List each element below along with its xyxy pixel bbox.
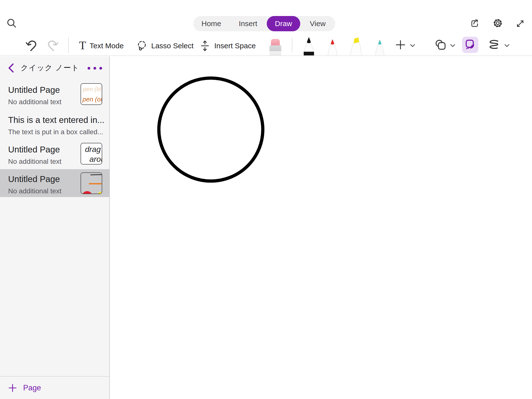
lasso-select-label: Lasso Select bbox=[151, 42, 194, 50]
pen-mode-toggle[interactable] bbox=[462, 37, 478, 53]
thumbnail-ink-text: arou bbox=[89, 155, 102, 163]
expand-icon-glyph bbox=[515, 18, 526, 29]
share-icon[interactable] bbox=[469, 18, 481, 29]
insert-space-icon bbox=[199, 40, 211, 52]
onenote-app: Home Insert Draw View bbox=[0, 0, 532, 399]
lasso-select-button[interactable]: Lasso Select bbox=[135, 36, 194, 56]
pen-mode-icon bbox=[464, 37, 477, 52]
page-subtitle: The text is put in a box called... bbox=[8, 128, 108, 136]
tab-draw[interactable]: Draw bbox=[267, 16, 300, 31]
lasso-icon bbox=[135, 39, 148, 53]
undo-icon bbox=[25, 38, 37, 51]
shapes-button[interactable] bbox=[434, 39, 448, 52]
search-icon[interactable] bbox=[6, 18, 17, 29]
page-title: Untitled Page bbox=[8, 145, 78, 154]
notebook-title: クイック ノート bbox=[0, 63, 100, 73]
page-thumbnail: pen (bl pen (ora bbox=[81, 83, 102, 105]
ink-circle-drawing bbox=[110, 56, 332, 243]
ribbon-tab-bar: Home Insert Draw View bbox=[193, 16, 335, 31]
note-canvas[interactable] bbox=[110, 56, 532, 399]
more-options-button[interactable] bbox=[87, 66, 103, 70]
expand-icon[interactable] bbox=[515, 18, 526, 29]
ellipsis-icon bbox=[87, 66, 103, 70]
text-mode-button[interactable]: T Text Mode bbox=[79, 36, 124, 56]
thumbnail-ink-text: drag bbox=[85, 145, 102, 153]
ink-squiggle-icon bbox=[487, 39, 501, 51]
page-list-item[interactable]: Untitled Page No additional text drag ar… bbox=[0, 140, 110, 169]
pen-red[interactable] bbox=[324, 36, 341, 56]
page-list-sidebar: クイック ノート Untitled Page No additional tex… bbox=[0, 56, 110, 399]
red-pen-icon bbox=[324, 36, 341, 56]
add-pen-button[interactable] bbox=[395, 39, 406, 51]
page-subtitle: No additional text bbox=[8, 98, 78, 106]
page-list-item[interactable]: Untitled Page No additional text pen (bl… bbox=[0, 80, 110, 110]
tab-home[interactable]: Home bbox=[193, 16, 229, 31]
page-list-item[interactable]: This is a text entered in... The text is… bbox=[0, 110, 110, 140]
pen-teal[interactable] bbox=[372, 36, 388, 56]
black-pen-icon bbox=[301, 36, 317, 56]
toolbar-divider bbox=[292, 38, 292, 52]
add-page-button[interactable]: Page bbox=[0, 376, 110, 399]
ink-replay-dropdown[interactable] bbox=[504, 44, 510, 48]
insert-space-label: Insert Space bbox=[214, 42, 256, 50]
shapes-icon bbox=[434, 39, 448, 52]
share-icon-glyph bbox=[469, 18, 481, 29]
page-subtitle: No additional text bbox=[8, 158, 78, 166]
text-mode-label: Text Mode bbox=[90, 42, 124, 50]
shapes-dropdown[interactable] bbox=[450, 44, 456, 48]
chevron-down-icon bbox=[504, 44, 510, 48]
ink-replay-button[interactable] bbox=[487, 39, 501, 51]
highlighter-yellow[interactable] bbox=[348, 36, 364, 56]
page-title: Untitled Page bbox=[8, 85, 78, 95]
eraser-body-lower bbox=[269, 51, 281, 56]
text-mode-icon: T bbox=[79, 40, 86, 51]
eraser-body bbox=[269, 45, 281, 51]
chevron-down-icon bbox=[410, 44, 416, 48]
page-thumbnail bbox=[81, 172, 102, 194]
yellow-highlighter-icon bbox=[348, 36, 364, 56]
eraser-tool[interactable] bbox=[269, 39, 281, 56]
thumbnail-ink-text: pen (bl bbox=[83, 86, 102, 92]
page-list-item-selected[interactable]: Untitled Page No additional text bbox=[0, 169, 110, 197]
insert-space-button[interactable]: Insert Space bbox=[199, 36, 256, 56]
page-subtitle: No additional text bbox=[8, 187, 78, 195]
sidebar-header: クイック ノート bbox=[0, 56, 110, 80]
teal-pen-icon bbox=[372, 36, 388, 56]
tab-insert[interactable]: Insert bbox=[229, 16, 267, 31]
thumbnail-ink-text: pen (ora bbox=[83, 96, 102, 102]
search-icon-glyph bbox=[6, 18, 17, 29]
toolbar-divider bbox=[68, 37, 69, 53]
thumbnail-sketch bbox=[81, 173, 102, 194]
redo-icon bbox=[47, 38, 59, 51]
page-title: Untitled Page bbox=[8, 174, 78, 184]
add-page-label: Page bbox=[23, 383, 41, 392]
chevron-down-icon bbox=[450, 44, 456, 48]
page-thumbnail: drag arou bbox=[81, 143, 102, 165]
redo-button[interactable] bbox=[47, 38, 59, 51]
gear-icon[interactable] bbox=[492, 17, 504, 29]
pen-black[interactable] bbox=[301, 36, 317, 56]
undo-button[interactable] bbox=[25, 38, 37, 51]
page-title: This is a text entered in... bbox=[8, 115, 108, 125]
tab-view[interactable]: View bbox=[300, 16, 335, 31]
gear-icon-glyph bbox=[492, 17, 504, 29]
add-pen-dropdown[interactable] bbox=[410, 44, 416, 48]
add-pen-icon bbox=[395, 39, 406, 51]
add-page-plus-icon bbox=[8, 383, 17, 393]
